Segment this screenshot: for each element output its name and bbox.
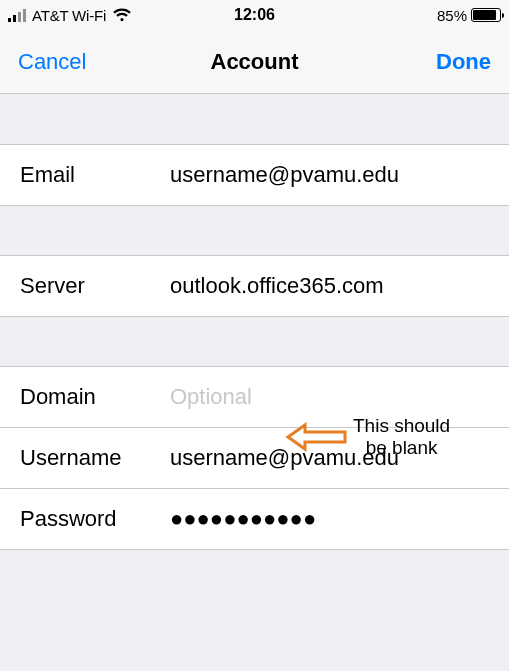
page-title: Account	[211, 49, 299, 75]
battery-fill	[473, 10, 496, 20]
email-field[interactable]	[170, 162, 489, 188]
username-label: Username	[20, 445, 170, 471]
status-right: 85%	[437, 7, 501, 24]
domain-label: Domain	[20, 384, 170, 410]
done-button[interactable]: Done	[436, 49, 491, 75]
battery-percent: 85%	[437, 7, 467, 24]
group-gap	[0, 94, 509, 144]
username-row[interactable]: Username	[0, 427, 509, 489]
cellular-signal-icon	[8, 8, 26, 22]
email-label: Email	[20, 162, 170, 188]
clock: 12:06	[234, 6, 275, 24]
server-field[interactable]	[170, 273, 489, 299]
battery-icon	[471, 8, 501, 22]
domain-field[interactable]	[170, 384, 489, 410]
email-row[interactable]: Email	[0, 144, 509, 206]
group-gap	[0, 205, 509, 255]
domain-row[interactable]: Domain	[0, 366, 509, 428]
nav-bar: Cancel Account Done	[0, 30, 509, 94]
status-bar: AT&T Wi-Fi 12:06 85%	[0, 0, 509, 30]
wifi-icon	[112, 8, 132, 22]
group-gap	[0, 316, 509, 366]
status-left: AT&T Wi-Fi	[8, 7, 132, 24]
server-row[interactable]: Server	[0, 255, 509, 317]
carrier-label: AT&T Wi-Fi	[32, 7, 106, 24]
username-field[interactable]	[170, 445, 489, 471]
password-row[interactable]: Password ●●●●●●●●●●●	[0, 488, 509, 550]
password-label: Password	[20, 506, 170, 532]
server-label: Server	[20, 273, 170, 299]
password-field-masked[interactable]: ●●●●●●●●●●●	[170, 506, 489, 532]
cancel-button[interactable]: Cancel	[18, 49, 86, 75]
